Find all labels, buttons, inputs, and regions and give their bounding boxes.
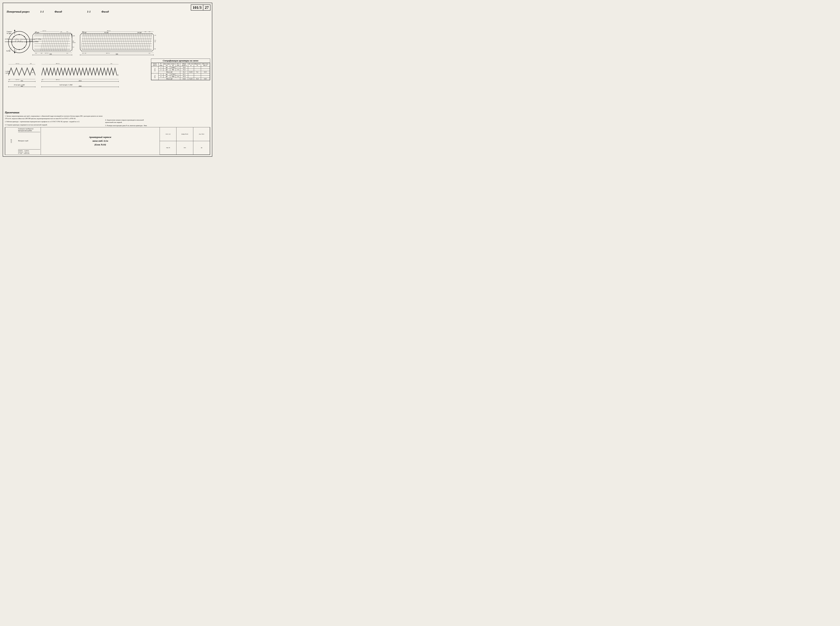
svg-text:№3 ф6; С=87100: №3 ф6; С=87100 [5,72,10,74]
main-title-1: Арматурный чертеж [89,135,111,139]
row3-total: 67,1 [180,73,188,75]
notes-title: Примечания: [5,111,103,114]
row2-len: 960 [170,69,176,71]
svg-text:4,3: 4,3 [149,52,150,54]
title-main: Арматурный чертеж звена отб. 0,5м (Блок … [41,127,160,155]
svg-text:3,8: 3,8 [60,31,62,33]
row3-num: 3 [158,73,163,75]
svg-line-97 [80,33,82,35]
row4-diam: ф6 [163,75,170,78]
svg-text:40×7,2: 40×7,2 [56,63,60,64]
title-organization: Главтрансстройпроект Центрансмастройки М… [17,127,41,155]
row2-total: 15,3 [180,69,188,71]
spec-table: Спецификация арматуры на звено Длина зве… [151,59,210,80]
row1-vol [201,66,210,69]
col-total-w: Общий вес кг [194,63,201,67]
row2-tw [194,69,201,71]
title-right-row2: Унф. № 1961 2ф [160,141,210,155]
svg-point-9 [24,36,25,37]
svg-line-137 [142,33,144,50]
sheet-label: Лист №18 [199,133,204,135]
svg-line-134 [136,33,139,50]
approved-name: Гомбо-нин [24,153,30,154]
itogo1-label: Итого ф6 [158,71,180,73]
svg-text:4,3: 4,3 [82,52,84,54]
svg-text:12×7,3: 12×7,3 [16,63,19,64]
svg-line-124 [118,33,121,50]
section-label: Поперечный разрез [6,10,30,13]
spec-row-4: 4 ф6 2960 16 47,4 [151,75,210,78]
svg-text:3,4: 3,4 [111,63,112,64]
scale-label: М-Б 1:20 [166,133,171,135]
svg-text:5,3: 5,3 [72,46,74,48]
date-cell: 1961 [177,141,193,155]
svg-line-117 [106,33,109,50]
row1-tw [194,66,201,69]
page-num-cell: 2ф [193,141,210,155]
sheet-number: 27 [203,5,210,10]
svg-line-40 [70,50,72,52]
itogo1-vol: 0,15 [201,71,210,73]
svg-text:40×7,2: 40×7,2 [107,30,111,31]
svg-text:4,3: 4,3 [35,52,37,54]
svg-line-110 [93,33,96,50]
svg-line-37 [33,49,34,52]
row3-vol [201,73,210,75]
note-5: 5. Размеры конструкции даны 8 см, выноск… [105,124,149,127]
svg-line-115 [102,33,105,50]
svg-text:1: 1 [16,50,16,52]
note-1: 1. Звенья запроектированы для труб, соор… [5,115,103,120]
svg-text:12×7,3: 12×7,3 [42,30,46,31]
svg-text:№3 ф6: №3 ф6 [104,32,108,33]
itogo2-tw: 25,4 [194,78,201,80]
drawing-number: 101/3 [191,5,203,10]
svg-line-107 [88,33,91,50]
svg-line-131 [131,33,134,50]
svg-line-104 [83,33,85,50]
row1-len: 25900 [170,66,176,69]
row2-diam: ф6 [163,69,170,71]
row2-vol [201,69,210,71]
row4-num: 4 [158,75,163,78]
dept: Монтранс-строй [18,140,40,142]
svg-marker-1 [14,30,16,31]
spec-row-2: 2 ф6 960 16 15,3 [151,69,210,71]
row2-qty: 16 [176,69,180,71]
section-ref1: 1-1 [40,10,44,13]
col-w1pm: Вес 1пм кг [188,63,194,67]
svg-text:5,5: 5,5 [154,39,156,41]
svg-line-103 [81,33,84,50]
row3-len: 67100 [170,73,176,75]
svg-line-38 [70,33,72,35]
svg-line-125 [120,33,123,50]
col-vol: Объем эксп. бет. м³ [201,63,210,67]
row4-len: 2960 [170,75,176,78]
col-qty: Кол шт [176,63,180,67]
svg-text:500: 500 [32,72,34,73]
svg-line-106 [86,33,89,50]
approved-row: Гл. инж. Гомбо-нин [18,153,40,154]
group-1m: 1,0 м [151,66,158,73]
svg-text:560: 560 [32,69,34,70]
row3-w1pm [188,73,194,75]
unif-cell: Унф. № [160,141,177,155]
notes-section: Примечания: 1. Звенья запроектированы дл… [5,111,103,127]
sheet-num-cell: Шифр №100 [177,127,193,141]
group-3m: 3,0 м [151,73,158,80]
designed-row: Разработ. Алавичи [18,150,40,151]
svg-line-100 [152,33,154,35]
svg-line-99 [80,49,82,52]
svg-line-135 [138,33,141,50]
svg-text:3,6: 3,6 [85,52,86,54]
svg-point-13 [14,47,14,48]
svg-text:2,86: 2,86 [72,35,75,36]
svg-point-8 [19,34,20,35]
spec-row-3: 3,0 м 3 ф6 67100 1 67,1 [151,73,210,75]
note-2: 2. Рабочая арматура - горячекатаная пери… [5,121,103,123]
page-num-label: 2ф [201,147,202,149]
svg-text:№1 ф6; С=25900: №1 ф6; С=25900 [5,71,10,72]
svg-text:12×7,3: 12×7,3 [45,52,49,54]
svg-line-121 [113,33,116,50]
svg-text:№4 ф6: №4 ф6 [82,32,86,33]
row3-qty: 1 [176,73,180,75]
